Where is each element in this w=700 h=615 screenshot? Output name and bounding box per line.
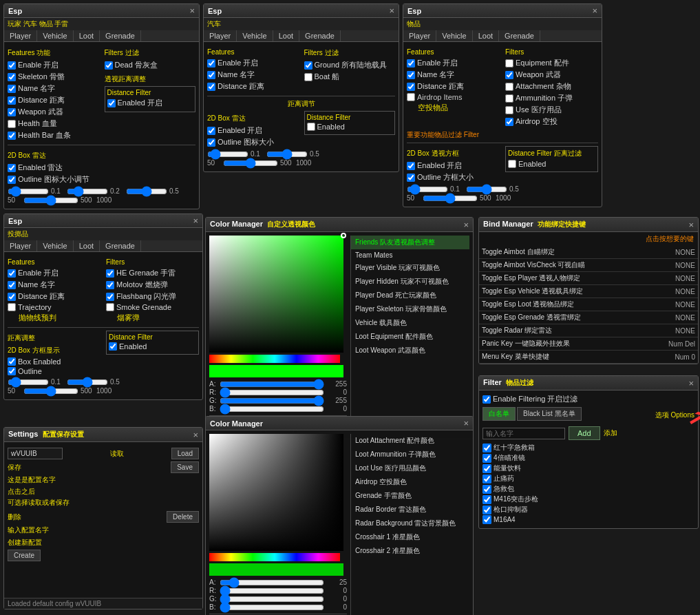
esp3-outline-cb[interactable] bbox=[407, 174, 415, 182]
filter-enable-cb[interactable] bbox=[482, 395, 491, 404]
esp1-slider3[interactable] bbox=[126, 188, 167, 195]
cm2-item-airdrop[interactable]: Airdrop 空投颜色 bbox=[351, 475, 469, 489]
cm1-item-player-hid[interactable]: Player Hidden 玩家不可视颜色 bbox=[351, 275, 469, 289]
esp1-slider2[interactable] bbox=[67, 188, 108, 195]
cm2-g-slider[interactable] bbox=[220, 596, 324, 602]
cm2-item-radar-border[interactable]: Radar Border 雷达颜色 bbox=[351, 503, 469, 517]
filter-item4-cb[interactable] bbox=[482, 475, 491, 483]
cm2-a-slider[interactable] bbox=[220, 580, 324, 585]
cm2-gradient[interactable] bbox=[209, 434, 343, 551]
esp4-slider2[interactable] bbox=[67, 379, 108, 386]
cm1-item-loot-equip[interactable]: Loot Equipment 配件颜色 bbox=[351, 330, 469, 344]
esp3-airdrop2-cb[interactable] bbox=[505, 118, 513, 126]
esp3-dist-slider[interactable] bbox=[423, 195, 478, 202]
filter-item7-cb[interactable] bbox=[482, 505, 491, 514]
filter-item6-cb[interactable] bbox=[482, 495, 491, 504]
esp3-attach-cb[interactable] bbox=[505, 83, 513, 91]
settings-load-btn[interactable]: Load bbox=[171, 448, 199, 459]
filter-item8-cb[interactable] bbox=[482, 515, 491, 524]
cm1-g-slider[interactable] bbox=[220, 398, 324, 404]
esp3-equip-cb[interactable] bbox=[505, 59, 513, 67]
cm2-r-slider[interactable] bbox=[220, 588, 324, 594]
esp2-tab-player[interactable]: Player bbox=[204, 30, 237, 41]
esp1-slider1[interactable] bbox=[8, 188, 49, 195]
esp2-close[interactable]: × bbox=[389, 6, 394, 15]
esp4-box-enabled-cb[interactable] bbox=[8, 357, 16, 366]
filter-item1-cb[interactable] bbox=[482, 444, 491, 452]
esp1-tab-loot[interactable]: Loot bbox=[74, 30, 100, 41]
esp2-boat-cb[interactable] bbox=[304, 73, 312, 81]
cm1-item-teammates[interactable]: Team Mates bbox=[351, 249, 469, 261]
esp1-weapon-cb[interactable] bbox=[8, 108, 16, 116]
esp2-dist-cb[interactable] bbox=[207, 83, 215, 91]
esp1-tab-player[interactable]: Player bbox=[4, 30, 37, 41]
cm1-a-slider[interactable] bbox=[220, 382, 324, 387]
settings-close[interactable]: × bbox=[193, 430, 198, 439]
esp1-dead-cb[interactable] bbox=[105, 61, 113, 70]
esp1-box-enabled-cb[interactable] bbox=[8, 164, 16, 172]
esp4-slider1[interactable] bbox=[8, 379, 49, 386]
cm2-item-grenade[interactable]: Grenade 手雷颜色 bbox=[351, 489, 469, 503]
esp1-close[interactable]: × bbox=[189, 6, 195, 15]
esp1-health-cb[interactable] bbox=[8, 120, 16, 128]
esp1-dist-filter-cb[interactable] bbox=[107, 99, 116, 107]
esp1-tab-vehicle[interactable]: Vehicle bbox=[37, 30, 73, 41]
bm-row-panic[interactable]: Panic Key 一键隐藏外挂效果 Num Del bbox=[479, 337, 698, 351]
esp1-dist-cb[interactable] bbox=[8, 96, 16, 105]
esp2-ground-cb[interactable] bbox=[304, 61, 312, 70]
esp1-enable-cb[interactable] bbox=[8, 61, 16, 70]
esp4-outline-cb[interactable] bbox=[8, 367, 16, 375]
esp3-enable-cb[interactable] bbox=[407, 59, 415, 67]
cm2-b-slider[interactable] bbox=[220, 605, 324, 610]
cm1-gradient[interactable] bbox=[209, 236, 343, 353]
cm2-hue-bar[interactable] bbox=[209, 553, 340, 561]
esp4-dist-cb[interactable] bbox=[8, 293, 16, 301]
bm-close[interactable]: × bbox=[688, 220, 694, 229]
esp3-close[interactable]: × bbox=[592, 6, 597, 15]
filter-close[interactable]: × bbox=[688, 379, 694, 388]
esp4-tab-player[interactable]: Player bbox=[4, 240, 37, 251]
bm-row-radar[interactable]: Toggle Radar 绑定雷达 NONE bbox=[479, 324, 698, 337]
esp2-outline-cb[interactable] bbox=[207, 138, 215, 147]
cm1-item-loot-weapon[interactable]: Loot Weapon 武器颜色 bbox=[351, 344, 469, 357]
cm1-item-vehicle[interactable]: Vehicle 载具颜色 bbox=[351, 316, 469, 330]
esp3-name-cb[interactable] bbox=[407, 71, 415, 79]
esp2-slider2[interactable] bbox=[266, 151, 308, 158]
esp3-slider1[interactable] bbox=[407, 186, 448, 193]
esp3-slider2[interactable] bbox=[466, 186, 507, 193]
cm2-item-attach[interactable]: Loot Attachment 配件颜色 bbox=[351, 434, 469, 448]
esp3-weapon-cb[interactable] bbox=[505, 71, 513, 79]
esp2-slider1[interactable] bbox=[207, 151, 248, 158]
bm-row-menu[interactable]: Menu Key 菜单快捷键 Num 0 bbox=[479, 351, 698, 364]
cm1-item-friends[interactable]: Friends 队友透视颜色调整 bbox=[351, 236, 469, 249]
esp2-name-cb[interactable] bbox=[207, 71, 215, 79]
cm2-close[interactable]: × bbox=[463, 419, 469, 428]
esp3-tab-grenade[interactable]: Grenade bbox=[499, 30, 540, 41]
esp3-ammo-cb[interactable] bbox=[505, 94, 513, 103]
esp1-name-cb[interactable] bbox=[8, 85, 16, 93]
esp2-enable-cb[interactable] bbox=[207, 59, 215, 67]
esp2-dist-slider[interactable] bbox=[223, 160, 278, 167]
cm1-item-player-dead[interactable]: Player Dead 死亡玩家颜色 bbox=[351, 289, 469, 302]
esp1-tab-grenade[interactable]: Grenade bbox=[100, 30, 141, 41]
esp3-airdrop-cb[interactable] bbox=[407, 93, 415, 101]
cm2-item-crosshair2[interactable]: Crosshair 2 准星颜色 bbox=[351, 544, 469, 558]
bm-row-aimbot[interactable]: Toggle Aimbot 自瞄绑定 NONE bbox=[479, 246, 698, 259]
esp4-dist-cb2[interactable] bbox=[109, 342, 117, 351]
cm1-b-slider[interactable] bbox=[220, 406, 324, 412]
esp3-tab-vehicle[interactable]: Vehicle bbox=[436, 30, 472, 41]
settings-config-input[interactable] bbox=[8, 448, 63, 459]
cm1-hue-bar[interactable] bbox=[209, 355, 340, 363]
filter-add-btn[interactable]: Add bbox=[569, 426, 600, 440]
esp2-dist-filter-cb[interactable] bbox=[307, 123, 315, 131]
esp2-box-cb[interactable] bbox=[207, 127, 215, 135]
esp4-tab-loot[interactable]: Loot bbox=[74, 240, 100, 251]
esp2-tab-grenade[interactable]: Grenade bbox=[299, 30, 341, 41]
esp4-tab-grenade[interactable]: Grenade bbox=[100, 240, 141, 251]
esp3-tab-player[interactable]: Player bbox=[403, 30, 436, 41]
cm1-item-player-skel[interactable]: Player Skeleton 玩家骨骼颜色 bbox=[351, 302, 469, 316]
esp2-tab-vehicle[interactable]: Vehicle bbox=[237, 30, 273, 41]
bm-row-aimbot-vis[interactable]: Toggle Aimbot VisCheck 可视自瞄 NONE bbox=[479, 259, 698, 272]
settings-delete-btn[interactable]: Delete bbox=[167, 511, 199, 523]
cm1-r-slider[interactable] bbox=[220, 390, 324, 395]
